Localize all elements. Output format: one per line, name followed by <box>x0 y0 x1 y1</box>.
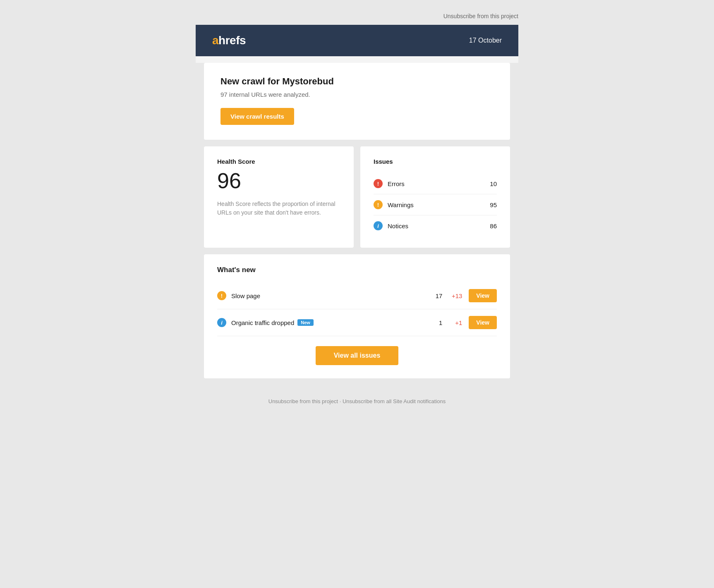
error-icon: ! <box>374 179 383 188</box>
new-item-slow-page: ! Slow page 17 +13 View <box>217 282 497 309</box>
warnings-label: Warnings <box>388 201 490 208</box>
footer-separator: · <box>338 398 343 404</box>
email-container: ahrefs 17 October New crawl for Mystoreb… <box>196 25 518 387</box>
health-description: Health Score reflects the proportion of … <box>217 200 340 217</box>
errors-label: Errors <box>388 180 490 187</box>
organic-traffic-delta: +1 <box>449 319 462 326</box>
header: ahrefs 17 October <box>196 25 518 56</box>
warnings-count: 95 <box>490 201 497 208</box>
crawl-card: New crawl for Mystorebud 97 internal URL… <box>204 63 510 140</box>
notices-count: 86 <box>490 222 497 229</box>
top-unsubscribe-link[interactable]: Unsubscribe from this project <box>443 13 518 19</box>
footer-unsubscribe-all-link[interactable]: Unsubscribe from all Site Audit notifica… <box>343 398 446 404</box>
slow-page-count: 17 <box>434 292 442 299</box>
footer: Unsubscribe from this project · Unsubscr… <box>260 387 454 416</box>
issue-row-errors: ! Errors 10 <box>374 173 497 194</box>
whats-new-card: What's new ! Slow page 17 +13 View i Org… <box>204 254 510 378</box>
organic-traffic-new-badge: New <box>297 319 314 326</box>
crawl-title: New crawl for Mystorebud <box>220 76 494 87</box>
header-date: 17 October <box>469 37 502 44</box>
whats-new-title: What's new <box>217 266 497 274</box>
content-wrapper: New crawl for Mystorebud 97 internal URL… <box>196 63 518 387</box>
top-unsubscribe-link-wrapper: Unsubscribe from this project <box>196 12 518 20</box>
organic-traffic-count: 1 <box>434 319 442 326</box>
crawl-subtitle: 97 internal URLs were analyzed. <box>220 91 494 98</box>
view-all-issues-button[interactable]: View all issues <box>316 346 398 365</box>
issue-row-warnings: ! Warnings 95 <box>374 194 497 215</box>
info-icon: i <box>374 221 383 230</box>
logo-hrefs: hrefs <box>218 34 246 47</box>
logo: ahrefs <box>212 34 246 47</box>
logo-a: a <box>212 34 218 47</box>
organic-traffic-text: Organic traffic dropped <box>231 319 294 326</box>
organic-traffic-view-button[interactable]: View <box>469 316 497 329</box>
organic-traffic-label: Organic traffic dropped New <box>231 319 434 326</box>
health-label: Health Score <box>217 158 340 165</box>
issue-row-notices: i Notices 86 <box>374 215 497 236</box>
slow-page-view-button[interactable]: View <box>469 289 497 302</box>
errors-count: 10 <box>490 180 497 187</box>
view-crawl-results-button[interactable]: View crawl results <box>220 108 294 125</box>
slow-page-warning-icon: ! <box>217 291 226 300</box>
slow-page-delta: +13 <box>449 292 462 299</box>
issues-card: Issues ! Errors 10 ! Warnings 95 i Notic… <box>360 146 510 248</box>
view-all-wrapper: View all issues <box>217 336 497 365</box>
footer-unsubscribe-project-link[interactable]: Unsubscribe from this project <box>268 398 338 404</box>
health-card: Health Score 96 Health Score reflects th… <box>204 146 354 248</box>
issues-title: Issues <box>374 158 497 165</box>
health-score-value: 96 <box>217 170 340 191</box>
warning-icon: ! <box>374 200 383 209</box>
new-item-organic-traffic: i Organic traffic dropped New 1 +1 View <box>217 309 497 336</box>
slow-page-label: Slow page <box>231 292 434 299</box>
health-issues-row: Health Score 96 Health Score reflects th… <box>204 146 510 248</box>
notices-label: Notices <box>388 222 490 229</box>
organic-traffic-info-icon: i <box>217 318 226 327</box>
